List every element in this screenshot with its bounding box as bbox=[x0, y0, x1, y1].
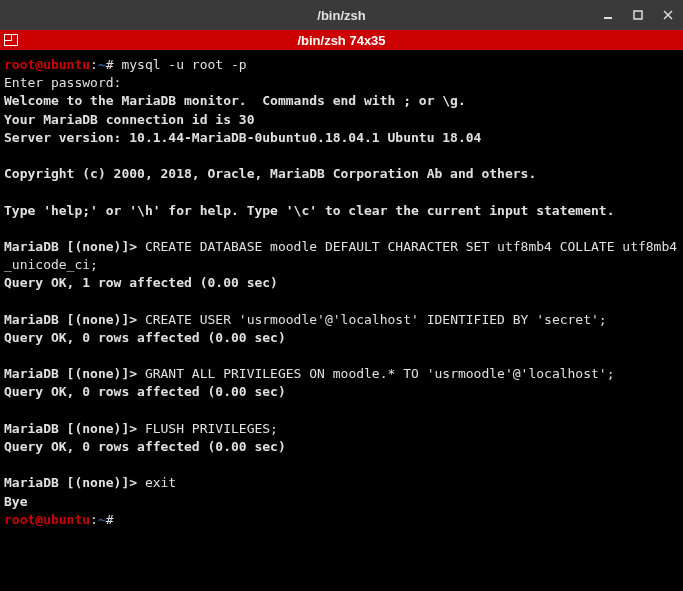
close-button[interactable] bbox=[653, 0, 683, 30]
result-4: Query OK, 0 rows affected (0.00 sec) bbox=[4, 439, 286, 454]
line-welcome: Welcome to the MariaDB monitor. Commands… bbox=[4, 93, 466, 108]
maximize-icon bbox=[633, 10, 643, 20]
window-controls bbox=[593, 0, 683, 30]
prompt-user-host: root@ubuntu bbox=[4, 57, 90, 72]
window-title: /bin/zsh bbox=[317, 8, 365, 23]
terminal-output[interactable]: root@ubuntu:~# mysql -u root -p Enter pa… bbox=[0, 50, 683, 591]
sql-exit: exit bbox=[145, 475, 176, 490]
line-copyright: Copyright (c) 2000, 2018, Oracle, MariaD… bbox=[4, 166, 536, 181]
line-bye: Bye bbox=[4, 494, 27, 509]
result-2: Query OK, 0 rows affected (0.00 sec) bbox=[4, 330, 286, 345]
mariadb-prompt-2: MariaDB [(none)]> bbox=[4, 312, 145, 327]
maximize-button[interactable] bbox=[623, 0, 653, 30]
sql-grant: GRANT ALL PRIVILEGES ON moodle.* TO 'usr… bbox=[145, 366, 615, 381]
line-help: Type 'help;' or '\h' for help. Type '\c'… bbox=[4, 203, 614, 218]
terminal-subheader: /bin/zsh 74x35 bbox=[0, 30, 683, 50]
result-1: Query OK, 1 row affected (0.00 sec) bbox=[4, 275, 278, 290]
terminal-pane-icon bbox=[4, 34, 18, 46]
result-3: Query OK, 0 rows affected (0.00 sec) bbox=[4, 384, 286, 399]
line-conn-id: Your MariaDB connection id is 30 bbox=[4, 112, 254, 127]
prompt-symbol: # bbox=[106, 57, 122, 72]
mariadb-prompt-5: MariaDB [(none)]> bbox=[4, 475, 145, 490]
prompt-path-2: ~ bbox=[98, 512, 106, 527]
prompt-symbol-2: # bbox=[106, 512, 122, 527]
minimize-icon bbox=[603, 10, 613, 20]
subheader-text: /bin/zsh 74x35 bbox=[297, 33, 385, 48]
line-server-version: Server version: 10.1.44-MariaDB-0ubuntu0… bbox=[4, 130, 481, 145]
svg-rect-1 bbox=[634, 11, 642, 19]
line-enter-password: Enter password: bbox=[4, 75, 121, 90]
window-titlebar: /bin/zsh bbox=[0, 0, 683, 30]
mariadb-prompt-4: MariaDB [(none)]> bbox=[4, 421, 145, 436]
prompt-sep: : bbox=[90, 57, 98, 72]
prompt-path: ~ bbox=[98, 57, 106, 72]
cmd-mysql: mysql -u root -p bbox=[121, 57, 246, 72]
sql-flush: FLUSH PRIVILEGES; bbox=[145, 421, 278, 436]
svg-rect-0 bbox=[604, 17, 612, 19]
minimize-button[interactable] bbox=[593, 0, 623, 30]
prompt-sep-2: : bbox=[90, 512, 98, 527]
close-icon bbox=[663, 10, 673, 20]
mariadb-prompt-3: MariaDB [(none)]> bbox=[4, 366, 145, 381]
sql-create-user: CREATE USER 'usrmoodle'@'localhost' IDEN… bbox=[145, 312, 607, 327]
prompt-user-host-2: root@ubuntu bbox=[4, 512, 90, 527]
mariadb-prompt-1: MariaDB [(none)]> bbox=[4, 239, 145, 254]
